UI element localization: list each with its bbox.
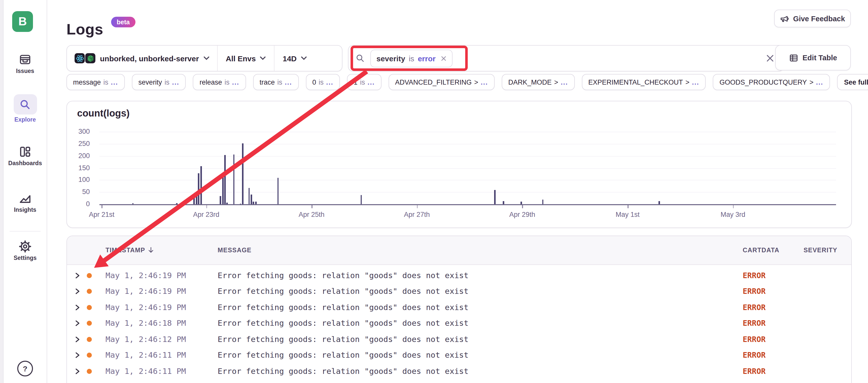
quick-filter-chip[interactable]: GOODS_PRODUCTQUERY > ... xyxy=(713,74,830,90)
give-feedback-button[interactable]: Give Feedback xyxy=(774,10,851,27)
table-row[interactable]: May 1, 2:46:11 PM Error fetching goods: … xyxy=(67,347,851,363)
chip-operator: > xyxy=(554,78,558,86)
chart-bar xyxy=(542,200,543,204)
search-clear-icon[interactable] xyxy=(764,52,776,64)
column-header-message[interactable]: MESSAGE xyxy=(218,236,251,265)
quick-filter-chip[interactable]: ADVANCED_FILTERING > ... xyxy=(389,74,494,90)
expand-chevron-icon[interactable] xyxy=(74,305,80,311)
x-axis-tick-label: Apr 25th xyxy=(299,211,324,218)
table-row[interactable]: May 1, 2:46:11 PM Error fetching goods: … xyxy=(67,379,851,383)
quick-filter-chip[interactable]: trace is ... xyxy=(253,74,299,90)
chart-bar xyxy=(253,202,254,204)
quick-filter-chip[interactable]: severity is ... xyxy=(132,74,186,90)
chip-key: release xyxy=(199,78,222,86)
chip-operator: is xyxy=(103,78,108,86)
table-row[interactable]: May 1, 2:46:11 PM Error fetching goods: … xyxy=(67,363,851,379)
severity-dot xyxy=(87,305,92,310)
quick-filter-chip[interactable]: 1 is ... xyxy=(347,74,381,90)
chip-operator: is xyxy=(224,78,229,86)
search-filter-token[interactable]: severity is error xyxy=(370,49,452,67)
x-axis-tick xyxy=(206,205,207,208)
environment-selector[interactable]: All Envs xyxy=(218,45,274,71)
help-icon: ? xyxy=(17,361,33,376)
chart-bar xyxy=(242,143,243,204)
row-severity: ERROR xyxy=(743,319,766,328)
app-window: B Issues Explore xyxy=(0,0,868,383)
sidebar-item-issues[interactable]: Issues xyxy=(4,53,47,74)
chart-gridline xyxy=(99,192,836,193)
sidebar-item-insights[interactable]: Insights xyxy=(4,192,47,213)
x-axis-tick xyxy=(627,205,628,208)
chart-bar xyxy=(226,203,228,204)
column-header-cartdata[interactable]: CARTDATA xyxy=(743,236,779,265)
react-icon xyxy=(74,53,85,63)
chart-bar xyxy=(198,173,199,204)
chip-key: GOODS_PRODUCTQUERY xyxy=(720,78,807,86)
table-row[interactable]: May 1, 2:46:19 PM Error fetching goods: … xyxy=(67,268,851,283)
table-row[interactable]: May 1, 2:46:18 PM Error fetching goods: … xyxy=(67,315,851,331)
severity-dot xyxy=(87,337,92,342)
chip-ellipsis: ... xyxy=(111,78,118,86)
chip-key: EXPERIMENTAL_CHECKOUT xyxy=(588,78,683,86)
sidebar-item-dashboards[interactable]: Dashboards xyxy=(4,145,47,166)
edit-table-button[interactable]: Edit Table xyxy=(775,45,851,70)
org-logo[interactable]: B xyxy=(12,11,33,32)
project-selector[interactable]: unborked, unborked-server xyxy=(67,45,217,71)
quick-filters-row: message is ... severity is ... release i… xyxy=(66,74,868,90)
inbox-icon xyxy=(19,53,31,66)
table-header: TIMESTAMP MESSAGE CARTDATA SEVERITY xyxy=(67,236,851,265)
x-axis-line xyxy=(99,204,836,205)
search-input[interactable]: severity is error xyxy=(348,45,784,71)
row-severity: ERROR xyxy=(743,351,766,360)
search-icon xyxy=(355,54,365,63)
row-message: Error fetching goods: relation "goods" d… xyxy=(218,303,468,312)
chip-key: message xyxy=(73,78,101,86)
chip-key: trace xyxy=(259,78,275,86)
expand-chevron-icon[interactable] xyxy=(74,352,80,358)
expand-chevron-icon[interactable] xyxy=(74,320,80,326)
quick-filter-chip[interactable]: 0 is ... xyxy=(306,74,340,90)
sidebar-item-label: Explore xyxy=(14,116,36,123)
give-feedback-label: Give Feedback xyxy=(793,14,845,23)
chip-ellipsis: ... xyxy=(692,78,699,86)
chart-gridline xyxy=(99,156,836,156)
page-filter-bar: unborked, unborked-server All Envs 14D xyxy=(66,45,342,71)
table-row[interactable]: May 1, 2:46:12 PM Error fetching goods: … xyxy=(67,331,851,347)
expand-chevron-icon[interactable] xyxy=(74,273,80,279)
row-severity: ERROR xyxy=(743,303,766,312)
chart-bar xyxy=(503,201,504,204)
expand-chevron-icon[interactable] xyxy=(74,368,80,374)
y-axis-tick-label: 250 xyxy=(67,140,90,147)
chart-bar xyxy=(277,178,279,204)
column-header-timestamp[interactable]: TIMESTAMP xyxy=(105,236,154,265)
date-range-selector[interactable]: 14D xyxy=(275,45,315,71)
quick-filter-chip[interactable]: release is ... xyxy=(193,74,246,90)
quick-filter-chip[interactable]: DARK_MODE > ... xyxy=(502,74,575,90)
page-title: Logs xyxy=(66,21,103,38)
column-header-severity[interactable]: SEVERITY xyxy=(804,236,837,265)
expand-chevron-icon[interactable] xyxy=(74,337,80,343)
sidebar: B Issues Explore xyxy=(4,0,47,383)
chart-gridline xyxy=(99,180,836,181)
chart-bar xyxy=(361,195,362,204)
table-row[interactable]: May 1, 2:46:19 PM Error fetching goods: … xyxy=(67,300,851,315)
table-row[interactable]: May 1, 2:46:19 PM Error fetching goods: … xyxy=(67,283,851,300)
help-button[interactable]: ? xyxy=(17,361,33,376)
sidebar-item-settings[interactable]: Settings xyxy=(4,240,47,261)
quick-filter-chip[interactable]: EXPERIMENTAL_CHECKOUT > ... xyxy=(582,74,706,90)
see-full-list-button[interactable]: See full list xyxy=(837,74,868,90)
chip-ellipsis: ... xyxy=(285,78,292,86)
chart-gridline xyxy=(99,144,836,144)
logo-letter: B xyxy=(18,15,27,28)
token-remove-icon[interactable] xyxy=(441,56,446,61)
sidebar-item-label: Issues xyxy=(16,68,34,74)
expand-chevron-icon[interactable] xyxy=(74,288,80,294)
row-message: Error fetching goods: relation "goods" d… xyxy=(218,367,468,376)
quick-filter-chip[interactable]: message is ... xyxy=(66,74,125,90)
explore-active-pill xyxy=(13,94,37,114)
sidebar-item-explore[interactable]: Explore xyxy=(4,94,47,123)
chip-ellipsis: ... xyxy=(326,78,334,86)
row-message: Error fetching goods: relation "goods" d… xyxy=(218,319,468,328)
chart-bar xyxy=(255,202,256,204)
chart-bar xyxy=(200,166,202,204)
